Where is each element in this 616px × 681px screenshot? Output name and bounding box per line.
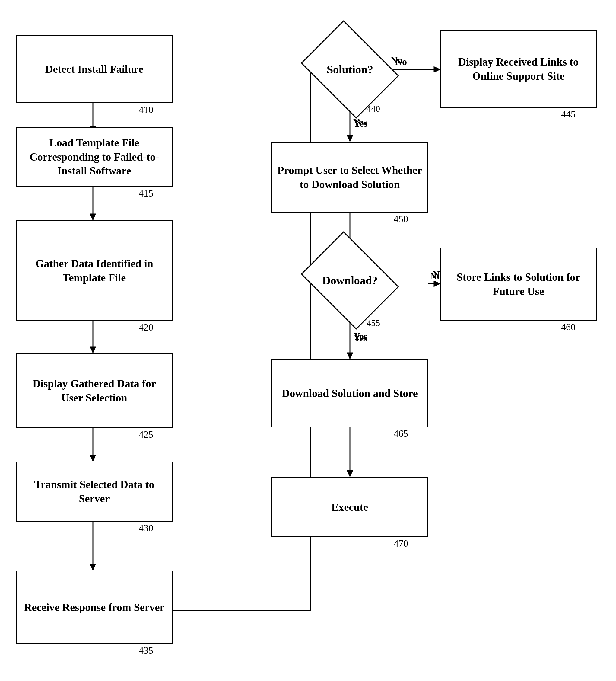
num-450: 450 [394, 213, 408, 225]
transmit-data-box: Transmit Selected Data to Server [16, 461, 172, 522]
svg-marker-7 [90, 455, 96, 461]
svg-marker-21 [434, 281, 440, 287]
num-410: 410 [139, 104, 153, 115]
num-420: 420 [139, 322, 153, 333]
num-435: 435 [139, 645, 153, 656]
svg-marker-9 [90, 564, 96, 571]
flowchart: No Yes No Yes No No Yes Yes 440 455 [0, 0, 616, 681]
store-links-box: Store Links to Solution for Future Use [440, 248, 597, 321]
num-445: 445 [561, 109, 575, 120]
execute-label: Execute [331, 500, 368, 514]
receive-response-box: Receive Response from Server [16, 571, 172, 644]
svg-marker-15 [434, 67, 440, 72]
svg-marker-17 [347, 135, 353, 142]
svg-marker-25 [347, 470, 353, 477]
load-template-label: Load Template File Corresponding to Fail… [21, 136, 167, 178]
transmit-data-label: Transmit Selected Data to Server [21, 478, 167, 506]
download-store-label: Download Solution and Store [282, 386, 418, 401]
no-label-solution: No [391, 55, 402, 66]
num-465: 465 [394, 428, 408, 439]
svg-marker-5 [90, 347, 96, 353]
gather-data-box: Gather Data Identified in Template File [16, 220, 172, 321]
svg-marker-3 [90, 214, 96, 220]
prompt-user-box: Prompt User to Select Whether to Downloa… [271, 142, 428, 213]
display-gathered-label: Display Gathered Data for User Selection [21, 377, 167, 405]
execute-box: Execute [271, 477, 428, 537]
detect-install-failure-box: Detect Install Failure [16, 35, 172, 103]
load-template-box: Load Template File Corresponding to Fail… [16, 127, 172, 187]
yes-label-2: Yes [353, 332, 368, 343]
receive-response-label: Receive Response from Server [24, 600, 164, 614]
num-470: 470 [394, 538, 408, 549]
prompt-user-label: Prompt User to Select Whether to Downloa… [277, 163, 423, 192]
solution-diamond-container: Solution? [311, 24, 389, 115]
download-diamond [301, 231, 399, 329]
display-gathered-box: Display Gathered Data for User Selection [16, 353, 172, 428]
num-460: 460 [561, 322, 575, 333]
yes-label-download: Yes [353, 331, 368, 342]
download-store-box: Download Solution and Store [271, 359, 428, 427]
svg-marker-23 [347, 353, 353, 359]
download-diamond-container: Download? [311, 240, 389, 321]
no-label-1: No [395, 56, 407, 67]
display-received-label: Display Received Links to Online Support… [446, 55, 591, 83]
yes-label-1: Yes [353, 118, 368, 129]
detect-install-failure-label: Detect Install Failure [45, 62, 143, 76]
solution-diamond [301, 20, 399, 118]
display-received-box: Display Received Links to Online Support… [440, 30, 597, 108]
store-links-label: Store Links to Solution for Future Use [446, 270, 591, 299]
num-415: 415 [139, 188, 153, 199]
num-425: 425 [139, 429, 153, 440]
yes-label-solution: Yes [353, 117, 367, 127]
gather-data-label: Gather Data Identified in Template File [21, 257, 167, 285]
num-430: 430 [139, 523, 153, 534]
